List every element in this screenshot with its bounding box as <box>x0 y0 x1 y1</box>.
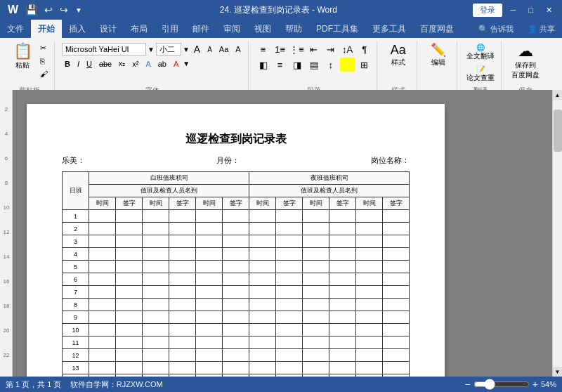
tab-view[interactable]: 视图 <box>247 20 278 38</box>
tab-mailings[interactable]: 邮件 <box>185 20 216 38</box>
show-marks-button[interactable]: ¶ <box>357 42 372 56</box>
align-left-button[interactable]: ◧ <box>256 58 271 72</box>
document-area[interactable]: 2 4 6 8 10 12 14 16 18 20 22 巡逻检查到岗记录表 乐… <box>0 90 562 377</box>
font-color-dropdown-icon[interactable]: ▼ <box>183 60 190 67</box>
cell-data <box>383 299 410 311</box>
cell-data <box>169 362 196 374</box>
tab-layout[interactable]: 布局 <box>124 20 155 38</box>
sort-button[interactable]: ↕A <box>340 42 355 56</box>
cell-data <box>329 299 356 311</box>
restore-button[interactable]: □ <box>524 4 537 15</box>
align-right-button[interactable]: ◨ <box>289 58 305 72</box>
line-spacing-button[interactable]: ↕ <box>323 58 339 72</box>
svg-text:4: 4 <box>5 131 8 137</box>
copy-button[interactable]: ⎘ <box>38 55 50 67</box>
zoom-out-button[interactable]: − <box>465 379 471 390</box>
cut-button[interactable]: ✂ <box>38 42 50 54</box>
tab-more[interactable]: 更多工具 <box>365 20 413 38</box>
document-page[interactable]: 巡逻检查到岗记录表 乐美： 月份： 岗位名称： 日班 白班值班积司 夜班值班积司… <box>27 104 445 377</box>
cell-data <box>196 349 223 362</box>
paper-review-button[interactable]: 📝 论文查重 <box>464 64 497 84</box>
tab-design[interactable]: 设计 <box>93 20 124 38</box>
strikethrough-button[interactable]: abc <box>96 58 115 70</box>
scroll-thumb[interactable] <box>554 110 562 152</box>
font-color-button[interactable]: A <box>171 58 181 70</box>
paste-button[interactable]: 📋 粘贴 <box>8 42 37 72</box>
tab-baidu[interactable]: 百度网盘 <box>413 20 461 38</box>
superscript-button[interactable]: x² <box>129 58 141 70</box>
increase-indent-button[interactable]: ⇥ <box>323 42 339 56</box>
close-button[interactable]: ✕ <box>542 4 556 16</box>
undo-btn[interactable]: ↩ <box>42 4 55 15</box>
cell-data <box>116 299 143 311</box>
cell-data <box>143 286 169 299</box>
tab-pdf[interactable]: PDF工具集 <box>309 20 365 38</box>
styles-button[interactable]: Aa 样式 <box>384 42 412 69</box>
share-btn[interactable]: 👤 共享 <box>521 20 562 38</box>
format-painter-button[interactable]: 🖌 <box>38 68 50 79</box>
cell-data <box>329 235 356 248</box>
scroll-down-arrow[interactable]: ▼ <box>553 367 562 377</box>
tab-review[interactable]: 审阅 <box>216 20 247 38</box>
cell-data <box>143 223 169 235</box>
cell-data <box>196 273 223 286</box>
more-quick-btn[interactable]: ▼ <box>73 6 84 14</box>
cloud-save-icon: ☁ <box>518 44 533 59</box>
align-center-button[interactable]: ≡ <box>273 58 288 72</box>
tab-help[interactable]: 帮助 <box>278 20 309 38</box>
underline-button[interactable]: U <box>84 58 95 70</box>
font-size-dropdown2-icon[interactable]: ▼ <box>183 46 190 53</box>
tab-file[interactable]: 文件 <box>0 20 31 38</box>
decrease-indent-button[interactable]: ⇤ <box>306 42 322 56</box>
font-shrink-button[interactable]: A <box>204 44 215 55</box>
save-group: ☁ 保存到百度网盘 保存 <box>504 41 547 96</box>
th-sign6: 签字 <box>383 197 410 210</box>
zoom-slider[interactable] <box>473 379 530 390</box>
font-grow-button[interactable]: A <box>191 42 203 56</box>
bold-button[interactable]: B <box>62 58 73 70</box>
table-body: 123456789101112131415161718 <box>63 210 410 377</box>
zoom-in-button[interactable]: + <box>532 379 538 390</box>
tab-home[interactable]: 开始 <box>31 20 62 38</box>
redo-btn[interactable]: ↪ <box>58 4 70 15</box>
italic-button[interactable]: I <box>74 58 82 70</box>
bullets-button[interactable]: ≡ <box>256 42 271 56</box>
numbering-button[interactable]: 1≡ <box>273 42 288 56</box>
document-info: 乐美： 月份： 岗位名称： <box>62 155 410 166</box>
text-effect-button[interactable]: A <box>143 58 153 70</box>
change-case-button[interactable]: Aa <box>216 44 231 55</box>
tell-me-btn[interactable]: 🔍 告诉我 <box>471 20 521 38</box>
scroll-up-arrow[interactable]: ▲ <box>553 90 562 100</box>
save-cloud-button[interactable]: ☁ 保存到百度网盘 <box>509 42 542 81</box>
cell-data <box>249 349 276 362</box>
cell-data <box>143 337 169 349</box>
subscript-button[interactable]: x₂ <box>116 58 129 70</box>
cell-data <box>143 299 169 311</box>
multilevel-button[interactable]: ⋮≡ <box>289 42 305 56</box>
editing-button[interactable]: ✏️ 编辑 <box>424 42 452 69</box>
cell-data <box>116 261 143 273</box>
font-size-dropdown-icon[interactable]: ▼ <box>148 46 155 53</box>
cell-data <box>143 311 169 324</box>
full-translate-button[interactable]: 🌐 全文翻译 <box>464 42 497 63</box>
cell-data <box>303 362 329 374</box>
cell-data <box>143 248 169 261</box>
clear-format-button[interactable]: A <box>233 44 243 55</box>
borders-button[interactable]: ⊞ <box>357 58 372 72</box>
save-quick-btn[interactable]: 💾 <box>23 4 39 15</box>
font-name-input[interactable] <box>62 43 146 55</box>
tab-references[interactable]: 引用 <box>155 20 185 38</box>
font-size-input[interactable] <box>156 43 181 55</box>
status-right: − + 54% <box>465 379 556 390</box>
justify-button[interactable]: ▤ <box>306 58 322 72</box>
minimize-button[interactable]: ─ <box>507 4 521 15</box>
cell-data <box>116 337 143 349</box>
cell-data <box>383 311 410 324</box>
shading-button[interactable] <box>340 58 355 72</box>
login-button[interactable]: 登录 <box>473 4 502 17</box>
text-highlight-button[interactable]: ab <box>155 58 169 70</box>
cell-data <box>276 362 303 374</box>
vertical-scrollbar[interactable]: ▲ ▼ <box>552 90 562 377</box>
cell-data <box>329 349 356 362</box>
tab-insert[interactable]: 插入 <box>62 20 93 38</box>
